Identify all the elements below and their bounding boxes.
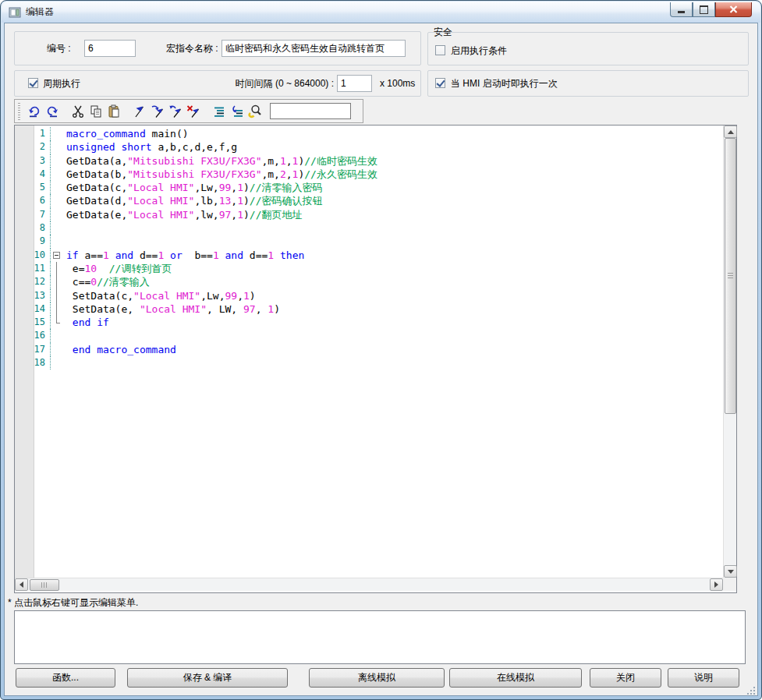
code-line[interactable]: 7GetData(e,"Local HMI",lw,97,1)//翻页地址	[15, 208, 723, 221]
fold-marker-mid	[51, 289, 63, 302]
titlebar[interactable]: 编辑器	[2, 2, 760, 23]
scroll-left-button[interactable]	[15, 578, 28, 591]
paste-button[interactable]	[105, 102, 122, 120]
online-simulate-button[interactable]: 在线模拟	[449, 668, 582, 688]
paste-icon	[107, 104, 121, 118]
code-line[interactable]: 8	[15, 221, 723, 235]
code-line[interactable]: 17 end macro_command	[15, 343, 723, 356]
code-text: SetData(c,"Local HMI",Lw,99,1)	[63, 289, 256, 302]
line-number: 5	[15, 181, 51, 194]
macro-number-input[interactable]	[84, 40, 136, 57]
fold-gutter	[51, 221, 63, 235]
code-line[interactable]: 14 SetData(e, "Local HMI", LW, 97, 1)	[15, 302, 723, 316]
previous-bookmark-icon	[168, 104, 183, 118]
code-line[interactable]: 6GetData(d,"Local HMI",lb,13,1)//密码确认按钮	[15, 194, 723, 207]
find-icon	[247, 104, 262, 118]
scrollbar-corner	[723, 578, 736, 591]
save-compile-button[interactable]: 保存 & 编译	[127, 668, 288, 688]
periodic-checkbox[interactable]	[28, 78, 38, 88]
enable-condition-checkbox[interactable]	[435, 45, 445, 55]
offline-simulate-button[interactable]: 离线模拟	[309, 668, 445, 688]
line-number: 11	[15, 262, 51, 275]
code-line[interactable]: 10if a==1 and d==1 or b==1 and d==1 then	[15, 249, 723, 262]
code-text: SetData(e, "Local HMI", LW, 97, 1)	[63, 302, 280, 316]
line-number: 4	[15, 168, 51, 181]
fold-gutter	[51, 356, 63, 369]
cut-button[interactable]	[69, 102, 87, 120]
line-number: 6	[15, 194, 51, 207]
goto-block-icon	[230, 104, 244, 118]
redo-button[interactable]	[43, 102, 61, 120]
fold-gutter	[51, 194, 63, 207]
code-line[interactable]: 3GetData(a,"Mitsubishi FX3U/FX3G",m,1,1)…	[15, 154, 723, 168]
horizontal-scroll-thumb[interactable]	[30, 579, 59, 591]
code-text: if a==1 and d==1 or b==1 and d==1 then	[63, 249, 304, 262]
function-button[interactable]: 函数...	[16, 668, 115, 688]
line-number: 17	[15, 343, 51, 356]
code-line[interactable]: 1macro_command main()	[15, 127, 723, 140]
next-bookmark-button[interactable]	[148, 102, 166, 120]
previous-bookmark-button[interactable]	[166, 102, 184, 120]
code-line[interactable]: 11 e=10 //调转到首页	[15, 262, 723, 275]
interval-input[interactable]	[337, 75, 372, 92]
help-button[interactable]: 说明	[668, 668, 739, 688]
code-text: end if	[63, 316, 109, 329]
block-list-button[interactable]	[210, 102, 228, 120]
code-line[interactable]: 9	[15, 235, 723, 248]
code-line[interactable]: 16	[15, 329, 723, 342]
minimize-button[interactable]	[670, 2, 693, 17]
maximize-button[interactable]	[693, 2, 715, 17]
goto-block-button[interactable]	[228, 102, 246, 120]
toggle-bookmark-icon	[133, 104, 147, 118]
horizontal-scrollbar[interactable]	[15, 578, 723, 591]
vertical-scroll-thumb[interactable]	[725, 138, 736, 414]
code-text: GetData(b,"Mitsubishi FX3U/FX3G",m,2,1)/…	[63, 168, 377, 181]
code-text: end macro_command	[63, 343, 176, 356]
redo-icon	[45, 104, 59, 118]
code-line[interactable]: 2unsigned short a,b,c,d,e,f,g	[15, 140, 723, 154]
code-line[interactable]: 13 SetData(c,"Local HMI",Lw,99,1)	[15, 289, 723, 302]
copy-button[interactable]	[87, 102, 105, 120]
line-number: 15	[15, 316, 51, 329]
code-editor[interactable]: 1macro_command main()2unsigned short a,b…	[14, 125, 737, 593]
next-bookmark-icon	[151, 104, 165, 118]
compile-message-box[interactable]	[14, 610, 746, 664]
window-controls	[670, 2, 752, 17]
clear-bookmarks-button[interactable]	[184, 102, 202, 120]
toolbar-drag-handle[interactable]	[18, 103, 20, 120]
code-line[interactable]: 18	[15, 356, 723, 369]
code-text	[63, 356, 66, 369]
fold-marker-mid	[51, 302, 63, 316]
collapse-icon[interactable]	[53, 252, 60, 259]
vertical-scrollbar[interactable]	[723, 126, 736, 578]
close-button[interactable]	[715, 2, 752, 17]
scroll-right-button[interactable]	[710, 578, 723, 591]
macro-number-label: 编号 :	[47, 42, 71, 55]
code-line[interactable]: 5GetData(c,"Local HMI",Lw,99,1)//清零输入密码	[15, 181, 723, 194]
scroll-up-button[interactable]	[724, 126, 737, 138]
fold-gutter	[51, 329, 63, 342]
code-line[interactable]: 4GetData(b,"Mitsubishi FX3U/FX3G",m,2,1)…	[15, 168, 723, 181]
code-line[interactable]: 12 c==0//清零输入	[15, 275, 723, 288]
interval-label: 时间间隔 (0 ~ 864000) :	[195, 77, 334, 90]
fold-gutter	[51, 140, 63, 154]
resize-grip[interactable]	[746, 686, 756, 695]
interval-unit-label: x 100ms	[380, 77, 415, 90]
close-dialog-button[interactable]: 关闭	[590, 668, 661, 688]
find-button[interactable]	[246, 102, 264, 120]
toggle-bookmark-button[interactable]	[130, 102, 148, 120]
code-line[interactable]: 15 end if	[15, 316, 723, 329]
macro-name-input[interactable]	[222, 40, 406, 57]
editor-toolbar	[14, 99, 363, 123]
code-text: e=10 //调转到首页	[63, 262, 172, 275]
undo-button[interactable]	[25, 102, 43, 120]
arrow-right-icon	[714, 582, 718, 588]
line-number: 10	[15, 249, 51, 262]
line-number: 14	[15, 302, 51, 316]
scroll-down-button[interactable]	[724, 565, 737, 578]
search-input[interactable]	[270, 103, 351, 119]
fold-gutter	[51, 343, 63, 356]
fold-marker-start[interactable]	[51, 249, 63, 262]
run-on-startup-checkbox[interactable]	[435, 78, 445, 88]
code-area[interactable]: 1macro_command main()2unsigned short a,b…	[15, 126, 723, 578]
